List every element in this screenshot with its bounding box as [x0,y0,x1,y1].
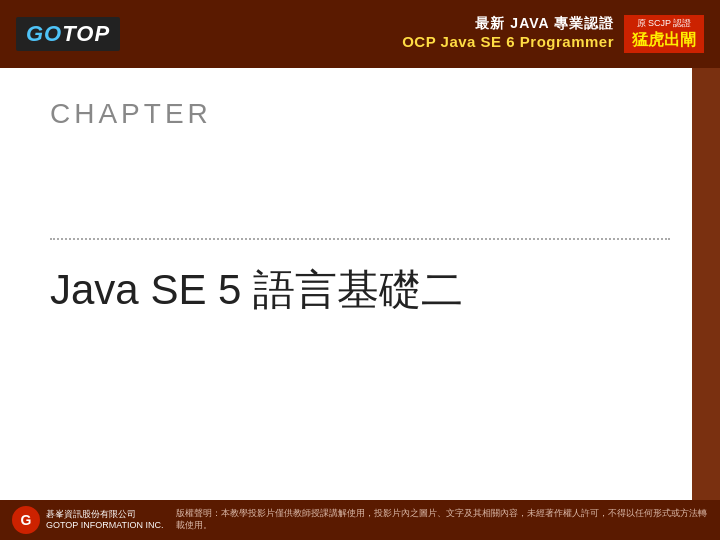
footer-disclaimer: 版權聲明：本教學投影片僅供教師授課講解使用，投影片內之圖片、文字及其相關內容，未… [176,508,708,531]
header-title-top: 最新 JAVA 專業認證 [402,15,614,33]
footer-company-name: 碁峯資訊股份有限公司 [46,509,164,520]
footer-logo-text: 碁峯資訊股份有限公司 GOTOP INFORMATION INC. [46,509,164,531]
header-left: GOTOP [16,17,120,51]
logo-text: GOTOP [26,21,110,46]
logo-container: GOTOP [16,17,120,51]
footer: G 碁峯資訊股份有限公司 GOTOP INFORMATION INC. 版權聲明… [0,500,720,540]
header: GOTOP 最新 JAVA 專業認證 OCP Java SE 6 Program… [0,0,720,68]
main-content: CHAPTER Java SE 5 語言基礎二 [0,68,720,500]
footer-logo-container: G 碁峯資訊股份有限公司 GOTOP INFORMATION INC. [12,506,164,534]
header-title-top-text: 最新 JAVA 專業認證 [475,15,614,31]
scjp-badge-bottom: 猛虎出閘 [632,30,696,51]
header-title-bottom: OCP Java SE 6 Programmer [402,33,614,50]
chapter-title: Java SE 5 語言基礎二 [50,263,660,318]
scjp-badge-top: 原 SCJP 認證 [637,17,692,30]
header-text-group: 最新 JAVA 專業認證 OCP Java SE 6 Programmer [402,15,624,53]
scjp-badge: 原 SCJP 認證 猛虎出閘 [624,15,704,53]
logo-go: GO [26,21,62,46]
logo-top: TOP [62,21,110,46]
chapter-label: CHAPTER [50,98,212,130]
dotted-separator [50,238,670,240]
right-accent [692,68,720,500]
header-right-inner: 最新 JAVA 專業認證 OCP Java SE 6 Programmer 原 … [402,15,704,53]
footer-company-name-en: GOTOP INFORMATION INC. [46,520,164,531]
footer-logo-icon: G [12,506,40,534]
